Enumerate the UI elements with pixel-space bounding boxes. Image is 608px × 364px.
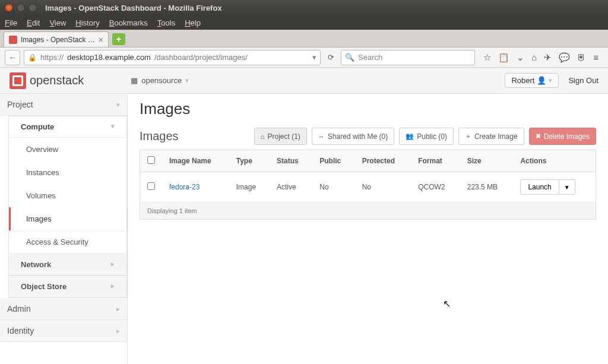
- sidebar-section-admin[interactable]: Admin ▸: [0, 298, 127, 320]
- table-footer: Displaying 1 item: [140, 202, 596, 220]
- sidebar-item-access-security[interactable]: Access & Security: [9, 230, 126, 254]
- menu-history[interactable]: History: [75, 18, 99, 27]
- sidebar-label: Network: [21, 260, 51, 269]
- filter-public-button[interactable]: 👥 Public (0): [399, 128, 454, 145]
- brand[interactable]: openstack: [10, 72, 84, 89]
- button-label: Public (0): [417, 132, 447, 141]
- stack-icon: ▦: [131, 76, 138, 85]
- row-checkbox[interactable]: [147, 182, 155, 190]
- chevron-down-icon: ▾: [111, 122, 115, 131]
- brand-text: openstack: [30, 74, 84, 87]
- lock-icon: 🔒: [28, 53, 37, 62]
- sidebar-item-overview[interactable]: Overview: [9, 138, 126, 161]
- window-close-button[interactable]: [5, 4, 13, 12]
- share-icon: ↔: [318, 133, 325, 140]
- panel-title: Images: [140, 129, 179, 143]
- create-image-button[interactable]: ＋ Create Image: [458, 128, 524, 145]
- filter-shared-button[interactable]: ↔ Shared with Me (0): [312, 128, 394, 145]
- chevron-down-icon: ▾: [185, 77, 189, 84]
- sidebar-label: Object Store: [21, 282, 66, 291]
- image-name-link[interactable]: fedora-23: [169, 183, 200, 191]
- chevron-down-icon: ▾: [116, 101, 120, 109]
- url-host: desktop18.example.com: [67, 53, 151, 62]
- dropdown-icon[interactable]: ▾: [312, 53, 316, 62]
- button-label: Delete Images: [544, 132, 590, 141]
- back-button[interactable]: ←: [5, 50, 20, 65]
- menu-view[interactable]: View: [49, 18, 66, 27]
- col-format[interactable]: Format: [411, 150, 460, 172]
- star-icon[interactable]: ☆: [483, 52, 491, 63]
- col-size[interactable]: Size: [460, 150, 514, 172]
- menu-tools[interactable]: Tools: [157, 18, 175, 27]
- tab-close-icon[interactable]: ×: [99, 35, 103, 45]
- sidebar-section-identity[interactable]: Identity ▸: [0, 320, 127, 342]
- filter-project-button[interactable]: ⌂ Project (1): [254, 128, 307, 145]
- col-image-name[interactable]: Image Name: [162, 150, 229, 172]
- table-header-row: Image Name Type Status Public Protected …: [140, 150, 596, 172]
- browser-menubar: File Edit View History Bookmarks Tools H…: [0, 15, 608, 30]
- clipboard-icon[interactable]: 📋: [498, 52, 509, 63]
- url-path: /dashboard/project/images/: [154, 53, 248, 62]
- menu-edit[interactable]: Edit: [27, 18, 40, 27]
- shield-icon[interactable]: ⛨: [577, 52, 586, 63]
- delete-images-button[interactable]: ✖ Delete Images: [529, 128, 596, 145]
- domain-switcher[interactable]: ▦ opensource ▾: [125, 73, 194, 88]
- sidebar-item-instances[interactable]: Instances: [9, 161, 126, 184]
- col-protected[interactable]: Protected: [355, 150, 411, 172]
- sidebar-item-images[interactable]: Images: [9, 207, 126, 230]
- sidebar-section-project[interactable]: Project ▾: [0, 94, 127, 116]
- home-icon[interactable]: ⌂: [531, 52, 537, 63]
- images-table: Image Name Type Status Public Protected …: [140, 150, 596, 202]
- sidebar-sub-network[interactable]: Network ▸: [9, 254, 126, 276]
- favicon-icon: [9, 36, 17, 44]
- chevron-right-icon: ▸: [111, 260, 115, 269]
- sidebar-label: Admin: [7, 304, 31, 314]
- col-public[interactable]: Public: [312, 150, 354, 172]
- cell-size: 223.5 MB: [460, 172, 514, 202]
- pocket-icon[interactable]: ⌄: [517, 52, 524, 63]
- cell-status: Active: [270, 172, 312, 202]
- domain-name: opensource: [141, 76, 182, 85]
- chat-icon[interactable]: 💬: [559, 52, 570, 63]
- menu-help[interactable]: Help: [185, 18, 201, 27]
- sidebar-item-volumes[interactable]: Volumes: [9, 184, 126, 207]
- user-name: Robert: [511, 76, 534, 85]
- main-content: Images Images ⌂ Project (1) ↔ Shared wit…: [128, 94, 608, 364]
- col-type[interactable]: Type: [229, 150, 270, 172]
- menu-bookmarks[interactable]: Bookmarks: [109, 18, 148, 27]
- search-icon: 🔍: [345, 53, 354, 62]
- url-toolbar: ← 🔒 https://desktop18.example.com/dashbo…: [0, 48, 608, 68]
- button-label: Shared with Me (0): [328, 132, 388, 141]
- new-tab-button[interactable]: +: [112, 33, 125, 45]
- sign-out-link[interactable]: Sign Out: [568, 76, 598, 85]
- launch-button[interactable]: Launch: [520, 179, 559, 195]
- search-placeholder: Search: [358, 53, 382, 62]
- hamburger-icon[interactable]: ≡: [593, 52, 598, 63]
- cell-protected: No: [355, 172, 411, 202]
- col-status[interactable]: Status: [270, 150, 312, 172]
- url-field[interactable]: 🔒 https://desktop18.example.com/dashboar…: [24, 50, 321, 65]
- chevron-right-icon: ▸: [116, 327, 120, 335]
- search-field[interactable]: 🔍 Search: [341, 50, 475, 65]
- plus-icon: ＋: [465, 132, 471, 141]
- user-menu[interactable]: Robert 👤 ▾: [505, 73, 559, 88]
- browser-tab[interactable]: Images - OpenStack … ×: [4, 31, 109, 47]
- home-icon: ⌂: [261, 133, 265, 140]
- sidebar: Project ▾ Compute ▾ Overview Instances V…: [0, 94, 128, 364]
- select-all-checkbox[interactable]: [147, 156, 155, 164]
- menu-file[interactable]: File: [5, 18, 17, 27]
- sidebar-sub-compute[interactable]: Compute ▾: [9, 116, 126, 138]
- button-label: Create Image: [474, 132, 518, 141]
- sidebar-label: Identity: [7, 326, 34, 335]
- table-row: fedora-23 Image Active No No QCOW2 223.5…: [140, 172, 596, 202]
- chevron-right-icon: ▸: [116, 305, 120, 313]
- window-maximize-button[interactable]: [28, 4, 37, 12]
- window-minimize-button[interactable]: [17, 4, 25, 12]
- reload-button[interactable]: ⟳: [324, 51, 337, 64]
- users-icon: 👥: [406, 132, 414, 140]
- page-title: Images: [140, 100, 596, 118]
- launch-dropdown-button[interactable]: ▼: [559, 179, 575, 195]
- url-scheme: https://: [40, 53, 64, 62]
- send-icon[interactable]: ✈: [544, 52, 552, 63]
- sidebar-sub-object-store[interactable]: Object Store ▸: [9, 276, 126, 297]
